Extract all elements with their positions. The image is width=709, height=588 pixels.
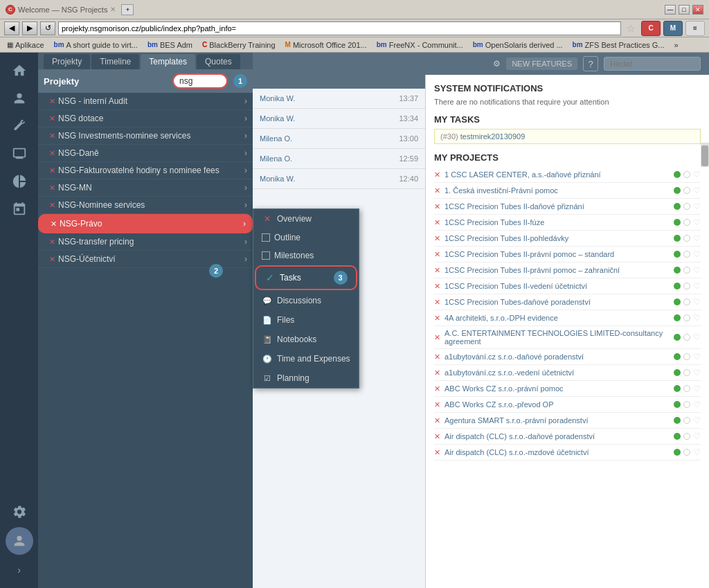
tab-close[interactable]: ✕ bbox=[110, 6, 116, 13]
proj-name-17[interactable]: Air dispatch (CLC) s.r.o.-daňové poraden… bbox=[445, 432, 674, 440]
tab-quotes[interactable]: Quotes bbox=[197, 54, 240, 69]
bookmark-blackberry[interactable]: C BlackBerry Training bbox=[198, 39, 280, 51]
proj-green-dot[interactable] bbox=[674, 369, 681, 376]
proj-name-14[interactable]: ABC Works CZ s.r.o.-právní pomoc bbox=[445, 384, 674, 393]
proj-name-18[interactable]: Air dispatch (CLC) s.r.o.-mzdové účetnic… bbox=[445, 448, 674, 456]
task-item-1[interactable]: (#30) testmirek20130909 bbox=[434, 129, 701, 144]
submenu-overview[interactable]: ✕ Overview bbox=[253, 209, 359, 229]
extension-btn[interactable]: C bbox=[641, 21, 661, 36]
bookmark-bes[interactable]: bm BES Adm bbox=[143, 39, 197, 51]
proj-name-16[interactable]: Agentura SMART s.r.o.-právní poradenství bbox=[445, 416, 674, 425]
proj-heart-icon[interactable]: ♡ bbox=[693, 447, 701, 457]
proj-empty-dot[interactable] bbox=[683, 417, 690, 424]
proj-empty-dot[interactable] bbox=[683, 219, 690, 226]
project-item-dane[interactable]: ✕NSG-Daně › bbox=[38, 145, 253, 162]
proj-green-dot[interactable] bbox=[674, 433, 681, 440]
submenu-tasks[interactable]: ✓ Tasks 3 bbox=[255, 265, 357, 290]
proj-heart-icon[interactable]: ♡ bbox=[693, 332, 701, 342]
proj-empty-dot[interactable] bbox=[683, 251, 690, 258]
proj-green-dot[interactable] bbox=[674, 219, 681, 226]
sidebar-gear-icon[interactable] bbox=[7, 499, 32, 524]
maximize-btn[interactable]: □ bbox=[679, 5, 690, 15]
submenu-outline[interactable]: Outline bbox=[253, 229, 359, 247]
project-item-mn[interactable]: ✕NSG-MN › bbox=[38, 179, 253, 197]
proj-empty-dot[interactable] bbox=[683, 369, 690, 376]
proj-green-dot[interactable] bbox=[674, 251, 681, 258]
help-btn[interactable]: ? bbox=[583, 56, 598, 71]
proj-empty-dot[interactable] bbox=[683, 283, 690, 289]
bookmark-freenx[interactable]: bm FreeNX - Communit... bbox=[373, 39, 467, 51]
proj-heart-icon[interactable]: ♡ bbox=[693, 431, 701, 441]
proj-empty-dot[interactable] bbox=[683, 449, 690, 456]
proj-green-dot[interactable] bbox=[674, 334, 681, 341]
proj-name-4[interactable]: 1CSC Precision Tubes II-fúze bbox=[445, 218, 674, 226]
proj-heart-icon[interactable]: ♡ bbox=[693, 368, 701, 377]
proj-green-dot[interactable] bbox=[674, 314, 681, 321]
proj-heart-icon[interactable]: ♡ bbox=[693, 313, 701, 323]
project-search-input[interactable] bbox=[172, 73, 228, 89]
proj-name-3[interactable]: 1CSC Precision Tubes II-daňové přiznání bbox=[445, 202, 674, 211]
bookmark-more[interactable]: » bbox=[670, 39, 683, 51]
task-name[interactable]: testmirek20130909 bbox=[460, 132, 526, 141]
main-search-input[interactable] bbox=[604, 57, 701, 71]
proj-name-5[interactable]: 1CSC Precision Tubes II-pohledávky bbox=[445, 234, 674, 242]
proj-heart-icon[interactable]: ♡ bbox=[693, 281, 701, 291]
back-btn[interactable]: ◀ bbox=[4, 21, 19, 35]
proj-empty-dot[interactable] bbox=[683, 353, 690, 360]
extension2-btn[interactable]: M bbox=[663, 21, 683, 36]
menu-btn[interactable]: ≡ bbox=[685, 21, 705, 36]
proj-empty-dot[interactable] bbox=[683, 401, 690, 408]
proj-name-9[interactable]: 1CSC Precision Tubes-daňové poradenství bbox=[445, 298, 674, 306]
proj-name-7[interactable]: 1CSC Precision Tubes II-právní pomoc – z… bbox=[445, 266, 674, 274]
sidebar-pie-icon[interactable] bbox=[7, 169, 32, 194]
project-item-dotace[interactable]: ✕NSG dotace › bbox=[38, 110, 253, 127]
proj-empty-dot[interactable] bbox=[683, 187, 690, 194]
proj-heart-icon[interactable]: ♡ bbox=[693, 249, 701, 259]
proj-empty-dot[interactable] bbox=[683, 314, 690, 321]
sidebar-expand-icon[interactable]: › bbox=[7, 558, 32, 582]
project-item-audit[interactable]: ✕NSG - interní Audit › bbox=[38, 93, 253, 110]
tab-templates[interactable]: Templates bbox=[141, 54, 195, 69]
proj-empty-dot[interactable] bbox=[683, 235, 690, 242]
bookmark-aplikace[interactable]: ▦ Aplikace bbox=[3, 39, 48, 51]
project-item-pravo[interactable]: ✕NSG-Právo › bbox=[38, 214, 253, 233]
proj-green-dot[interactable] bbox=[674, 171, 681, 178]
proj-heart-icon[interactable]: ♡ bbox=[693, 297, 701, 307]
proj-heart-icon[interactable]: ♡ bbox=[693, 416, 701, 425]
proj-heart-icon[interactable]: ♡ bbox=[693, 202, 701, 211]
proj-heart-icon[interactable]: ♡ bbox=[693, 352, 701, 362]
bookmark-zfs[interactable]: bm ZFS Best Practices G... bbox=[568, 39, 669, 51]
tab-projekty[interactable]: Projekty bbox=[44, 54, 90, 69]
proj-empty-dot[interactable] bbox=[683, 171, 690, 178]
bookmark-opensolaris[interactable]: bm OpenSolaris derived ... bbox=[469, 39, 567, 51]
proj-green-dot[interactable] bbox=[674, 235, 681, 242]
proj-heart-icon[interactable]: ♡ bbox=[693, 265, 701, 275]
proj-green-dot[interactable] bbox=[674, 203, 681, 210]
proj-name-12[interactable]: a1ubytování.cz s.r.o.-daňové poradenství bbox=[445, 353, 674, 361]
project-item-investments[interactable]: ✕NSG Investments-nominee services › bbox=[38, 127, 253, 145]
address-bar[interactable] bbox=[58, 21, 621, 35]
sidebar-wrench-icon[interactable] bbox=[7, 114, 32, 139]
proj-empty-dot[interactable] bbox=[683, 385, 690, 392]
submenu-time-expenses[interactable]: 🕐 Time and Expenses bbox=[253, 349, 359, 368]
proj-green-dot[interactable] bbox=[674, 267, 681, 274]
proj-empty-dot[interactable] bbox=[683, 267, 690, 274]
sidebar-person-icon[interactable] bbox=[7, 86, 32, 111]
proj-empty-dot[interactable] bbox=[683, 433, 690, 440]
proj-green-dot[interactable] bbox=[674, 187, 681, 194]
new-tab-btn[interactable]: + bbox=[121, 4, 134, 15]
submenu-discussions[interactable]: 💬 Discussions bbox=[253, 291, 359, 310]
project-item-nominee[interactable]: ✕NSG-Nominee services › bbox=[38, 197, 253, 214]
submenu-notebooks[interactable]: 📓 Notebooks bbox=[253, 330, 359, 349]
sidebar-monitor-icon[interactable] bbox=[7, 141, 32, 166]
proj-heart-icon[interactable]: ♡ bbox=[693, 233, 701, 243]
forward-btn[interactable]: ▶ bbox=[22, 21, 37, 35]
proj-green-dot[interactable] bbox=[674, 283, 681, 289]
proj-name-8[interactable]: 1CSC Precision Tubes II-vedení účetnictv… bbox=[445, 282, 674, 290]
proj-green-dot[interactable] bbox=[674, 401, 681, 408]
proj-name-2[interactable]: 1. Česká investiční-Právní pomoc bbox=[445, 186, 674, 195]
proj-empty-dot[interactable] bbox=[683, 334, 690, 341]
bookmark-short-guide[interactable]: bm A short guide to virt... bbox=[50, 39, 142, 51]
submenu-milestones[interactable]: Milestones bbox=[253, 247, 359, 265]
submenu-files[interactable]: 📄 Files bbox=[253, 310, 359, 330]
